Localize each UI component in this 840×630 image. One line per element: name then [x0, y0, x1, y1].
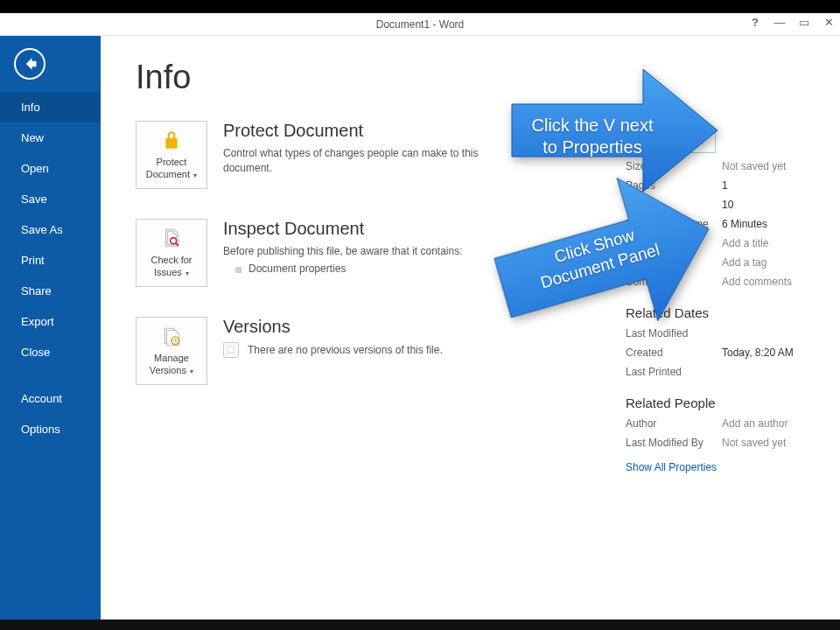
prop-editing-time: 6 Minutes	[722, 218, 767, 230]
version-item-icon	[223, 342, 239, 358]
sidebar-item-info[interactable]: Info	[0, 92, 101, 122]
sidebar-item-export[interactable]: Export	[0, 306, 101, 337]
sidebar-item-account[interactable]: Account	[0, 383, 101, 414]
lock-icon	[159, 129, 184, 153]
sidebar-item-options[interactable]: Options	[0, 414, 101, 444]
backstage-main: Info ProtectDocument ▾ Protect Document …	[101, 36, 840, 620]
svg-point-1	[171, 238, 177, 244]
chevron-down-icon: ▾	[184, 270, 189, 277]
protect-heading: Protect Document	[223, 121, 494, 141]
prop-comments[interactable]: Add comments	[722, 276, 792, 288]
protect-document-button[interactable]: ProtectDocument ▾	[136, 121, 207, 189]
versions-icon	[159, 325, 184, 349]
manage-versions-button[interactable]: ManageVersions ▾	[136, 317, 207, 385]
window-title: Document1 - Word	[376, 18, 464, 31]
prop-created: Today, 8:20 AM	[722, 346, 794, 359]
page-title: Info	[136, 59, 840, 96]
back-button[interactable]	[14, 48, 46, 80]
related-people-heading: Related People	[626, 396, 822, 410]
help-icon[interactable]: ?	[747, 16, 763, 29]
prop-modified-by: Not saved yet	[722, 437, 786, 449]
sidebar-item-save[interactable]: Save	[0, 184, 101, 214]
backstage-sidebar: Info New Open Save Save As Print Share E…	[0, 36, 101, 620]
sidebar-item-print[interactable]: Print	[0, 245, 101, 276]
prop-author[interactable]: Add an author	[722, 417, 788, 430]
title-bar: Document1 - Word ? — ▭ ✕	[0, 13, 840, 36]
sidebar-item-close[interactable]: Close	[0, 337, 101, 368]
taskbar[interactable]	[0, 620, 840, 630]
versions-heading: Versions	[223, 317, 443, 337]
inspect-desc: Before publishing this file, be aware th…	[223, 244, 463, 259]
chevron-down-icon: ▾	[188, 368, 193, 375]
sidebar-item-new[interactable]: New	[0, 122, 101, 153]
prop-size: Not saved yet	[722, 160, 786, 172]
minimize-icon[interactable]: —	[772, 16, 788, 29]
show-all-properties-link[interactable]: Show All Properties	[626, 461, 717, 473]
prop-words: 10	[722, 199, 733, 211]
versions-desc: There are no previous versions of this f…	[248, 344, 443, 356]
check-for-issues-button[interactable]: Check forIssues ▾	[136, 219, 207, 287]
prop-tags[interactable]: Add a tag	[722, 256, 766, 269]
inspect-bullet: Document properties	[223, 262, 463, 275]
close-icon[interactable]: ✕	[821, 16, 836, 29]
sidebar-item-saveas[interactable]: Save As	[0, 214, 101, 245]
sidebar-item-open[interactable]: Open	[0, 153, 101, 184]
inspect-icon	[159, 227, 184, 251]
prop-title[interactable]: Add a title	[722, 237, 768, 249]
restore-icon[interactable]: ▭	[796, 16, 812, 29]
protect-desc: Control what types of changes people can…	[223, 146, 494, 177]
inspect-heading: Inspect Document	[223, 219, 463, 239]
prop-pages: 1	[722, 179, 728, 192]
sidebar-item-share[interactable]: Share	[0, 276, 101, 306]
chevron-down-icon: ▾	[192, 172, 197, 179]
